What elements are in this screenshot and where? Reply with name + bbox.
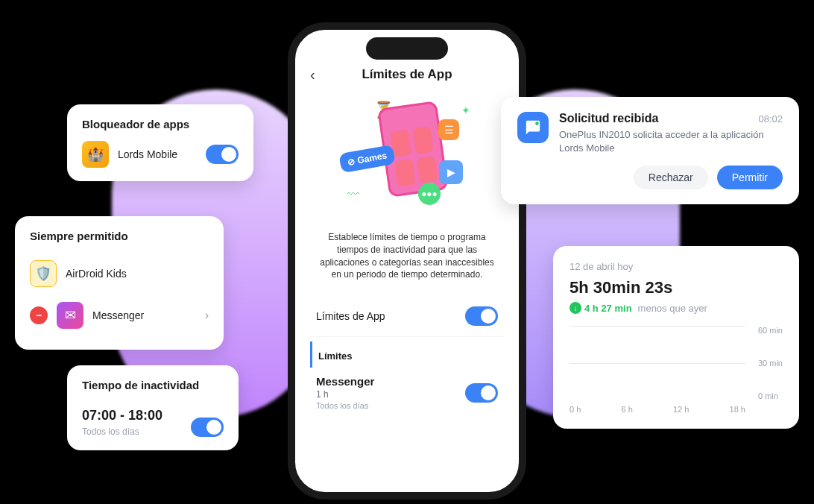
app-limits-toggle[interactable] (465, 306, 498, 326)
phone-title: Límites de App (362, 67, 452, 82)
limit-item-name: Messenger (316, 375, 374, 388)
downtime-title: Tiempo de inactividad (82, 379, 224, 391)
stats-total: 5h 30min 23s (570, 278, 783, 297)
y-tick: 60 min (758, 326, 783, 335)
always-item-messenger[interactable]: − ✉ Messenger › (30, 294, 209, 336)
stats-diff-label: menos que ayer (638, 303, 707, 314)
phone-description: Establece límites de tiempo o programa t… (310, 231, 504, 281)
blocker-app-name: Lords Mobile (118, 148, 197, 160)
blocker-card: Bloqueador de apps 🏰 Lords Mobile (67, 104, 253, 181)
app-limits-toggle-row: Límites de App (310, 296, 504, 337)
reject-button[interactable]: Rechazar (634, 166, 708, 189)
always-item-airdroid[interactable]: 🛡️ AirDroid Kids (30, 253, 209, 294)
chevron-right-icon: › (205, 309, 209, 322)
phone-header: ‹ Límites de App (310, 67, 504, 82)
request-icon (517, 112, 549, 143)
stats-diff-value: 4 h 27 min (584, 303, 632, 314)
request-description: OnePlus IN2010 solicita acceder a la apl… (559, 128, 783, 155)
request-time: 08:02 (758, 113, 783, 125)
airdroid-icon: 🛡️ (30, 260, 57, 287)
always-allowed-card: Siempre permitido 🛡️ AirDroid Kids − ✉ M… (15, 216, 224, 350)
limit-item-toggle[interactable] (465, 383, 498, 403)
downtime-card: Tiempo de inactividad 07:00 - 18:00 Todo… (67, 365, 239, 450)
blocker-row: 🏰 Lords Mobile (82, 141, 239, 168)
limit-item-days: Todos los días (316, 401, 374, 410)
x-tick: 18 h (730, 405, 745, 414)
phone-notch (366, 37, 448, 60)
squiggle-icon: 〰 (347, 188, 359, 201)
phone-illustration: ⏳ ✦ Games ☰ ▶ ●●● 〰 (332, 97, 482, 216)
allow-button[interactable]: Permitir (717, 166, 783, 189)
sparkle-icon: ✦ (461, 104, 470, 116)
usage-chart: 60 min 30 min 0 min (570, 326, 783, 400)
downtime-days: Todos los días (82, 426, 163, 437)
stats-card: 12 de abril hoy 5h 30min 23s ↓4 h 27 min… (553, 246, 799, 429)
down-arrow-icon: ↓ (570, 302, 581, 314)
stats-date: 12 de abril hoy (570, 261, 783, 272)
phone-mockup: ‹ Límites de App ⏳ ✦ Games ☰ ▶ ●●● 〰 Est… (288, 22, 526, 500)
x-tick: 0 h (570, 405, 581, 414)
blue-app-icon: ▶ (439, 160, 463, 184)
remove-icon[interactable]: − (30, 306, 48, 324)
always-title: Siempre permitido (30, 230, 209, 242)
blocker-toggle[interactable] (206, 145, 239, 164)
message-icon: ●●● (418, 183, 441, 205)
stats-diff: ↓4 h 27 min menos que ayer (570, 302, 783, 314)
request-title: Solicitud recibida (559, 112, 658, 125)
limit-item-duration: 1 h (316, 389, 374, 400)
downtime-toggle[interactable] (191, 418, 224, 437)
always-app-name: Messenger (92, 309, 196, 321)
x-tick: 12 h (673, 405, 689, 414)
y-tick: 0 min (758, 391, 783, 400)
limits-section-label: Límites (310, 341, 504, 368)
blocker-title: Bloqueador de apps (82, 118, 239, 130)
messenger-icon: ✉ (57, 302, 83, 329)
back-icon[interactable]: ‹ (310, 66, 315, 84)
downtime-range: 07:00 - 18:00 (82, 408, 163, 423)
x-tick: 6 h (621, 405, 632, 414)
app-limits-label: Límites de App (316, 310, 385, 322)
limit-item-messenger[interactable]: Messenger 1 h Todos los días (310, 368, 504, 418)
lords-mobile-icon: 🏰 (82, 141, 109, 168)
orange-app-icon: ☰ (438, 119, 459, 140)
request-card: Solicitud recibida 08:02 OnePlus IN2010 … (501, 97, 799, 204)
y-tick: 30 min (758, 359, 783, 368)
svg-point-0 (535, 122, 540, 126)
always-app-name: AirDroid Kids (66, 268, 209, 280)
